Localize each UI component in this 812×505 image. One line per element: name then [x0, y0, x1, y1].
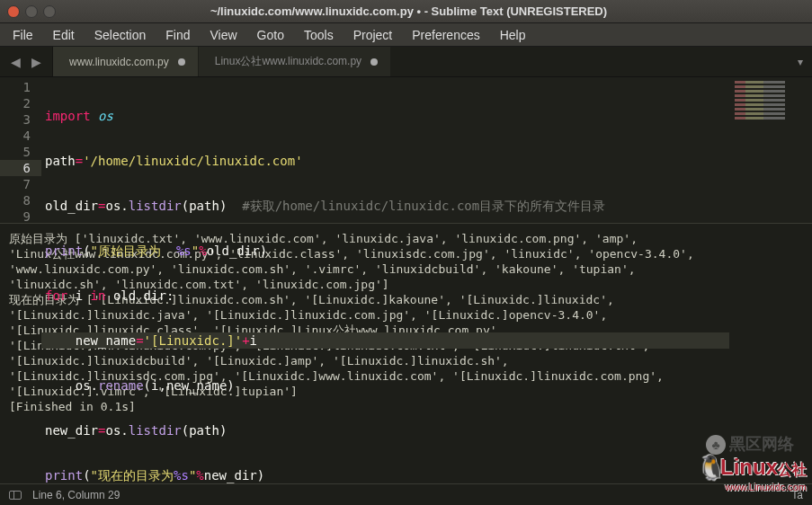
dot: . [91, 378, 98, 393]
line-number-current: 6 [0, 160, 41, 176]
function-call: print [45, 468, 83, 483]
function-call: listdir [129, 199, 182, 213]
identifier: os [105, 199, 120, 213]
string: '/home/linuxidc/linuxidc.com' [83, 154, 302, 168]
line-number: 5 [0, 144, 41, 160]
function-call: listdir [129, 423, 182, 438]
watermark-brand: 🐧 Linux公社 www.Linuxidc.com [720, 455, 807, 480]
tab-overflow-icon[interactable]: ▾ [789, 47, 812, 76]
identifier: new_dir) [204, 468, 264, 483]
gutter: 1 2 3 4 5 6 7 8 9 [0, 77, 41, 223]
tab-active[interactable]: www.linuxidc.com.py [53, 47, 199, 76]
identifier: path [45, 154, 76, 168]
line-number: 3 [0, 111, 41, 128]
dot: . [120, 199, 128, 213]
menu-view[interactable]: View [201, 25, 246, 45]
menu-bar: File Edit Selection Find View Goto Tools… [0, 23, 812, 47]
line-number: 8 [0, 192, 41, 208]
dot: . [120, 423, 128, 438]
line-number: 7 [0, 176, 41, 192]
identifier: old_dir [45, 199, 98, 213]
tab-label: Linux公社www.linuxidc.com.py [215, 54, 361, 69]
watermark-text: ♣黑区网络 [706, 433, 794, 455]
comment: #获取/home/linuxidc/linuxidc.com目录下的所有文件目录 [242, 199, 605, 213]
window-title: ~/linuxidc.com/www.linuxidc.com.py • - S… [67, 4, 751, 18]
menu-tools[interactable]: Tools [295, 25, 343, 45]
identifier: new_name [76, 333, 136, 348]
line-number: 4 [0, 128, 41, 144]
identifier: os [105, 423, 120, 438]
operator: = [76, 154, 83, 168]
format-spec: %s [176, 244, 192, 258]
window-minimize-icon[interactable] [25, 5, 38, 18]
window-controls [7, 5, 56, 18]
tab-row: ◀ ▶ www.linuxidc.com.py Linux公社www.linux… [0, 47, 812, 77]
identifier: os [76, 378, 91, 393]
watermark-label: 黑区网络 [729, 435, 794, 453]
nav-back-icon[interactable]: ◀ [5, 51, 26, 73]
menu-project[interactable]: Project [344, 25, 402, 45]
panel-switcher-icon[interactable] [9, 491, 22, 500]
menu-selection[interactable]: Selection [85, 25, 156, 45]
paren: ( [83, 244, 90, 258]
operator: % [199, 244, 206, 258]
tab-label: www.linuxidc.com.py [69, 56, 169, 68]
dirty-indicator-icon [178, 58, 185, 66]
keyword: in [91, 288, 106, 303]
tabs: www.linuxidc.com.py Linux公社www.linuxidc.… [53, 47, 812, 76]
line-number: 1 [0, 79, 41, 95]
menu-help[interactable]: Help [491, 25, 535, 45]
minimap[interactable] [729, 77, 812, 223]
editor[interactable]: 1 2 3 4 5 6 7 8 9 import os path='/home/… [0, 77, 812, 223]
string: "现在的目录为 [91, 468, 174, 483]
keyword: import [45, 109, 91, 123]
identifier: i [250, 333, 257, 348]
menu-edit[interactable]: Edit [44, 25, 84, 45]
paren: ( [83, 468, 90, 483]
line-number: 2 [0, 95, 41, 111]
identifier: old_dir: [105, 288, 174, 303]
args: (i,new_name) [144, 378, 235, 393]
code-view[interactable]: import os path='/home/linuxidc/linuxidc.… [41, 77, 729, 223]
mushroom-icon: ♣ [706, 435, 726, 455]
tux-icon: 🐧 [697, 454, 726, 482]
watermark-suffix: 公社 [778, 462, 807, 477]
module: os [91, 109, 113, 123]
line-number: 9 [0, 208, 41, 225]
identifier: new_dir [45, 423, 98, 438]
menu-find[interactable]: Find [156, 25, 199, 45]
window-maximize-icon[interactable] [43, 5, 56, 18]
function-call: rename [98, 378, 144, 393]
dirty-indicator-icon [370, 58, 378, 66]
operator: % [196, 468, 203, 483]
menu-goto[interactable]: Goto [248, 25, 293, 45]
string: " [192, 244, 199, 258]
operator: + [242, 333, 249, 348]
string: "原始目录为 [91, 244, 176, 258]
identifier: i [67, 288, 90, 303]
window-close-icon[interactable] [7, 5, 20, 18]
watermark-url: www.Linuxidc.com [726, 482, 807, 492]
args: (path) [182, 423, 228, 438]
menu-file[interactable]: File [4, 25, 42, 45]
nav-forward-icon[interactable]: ▶ [26, 51, 47, 73]
args: (path) [182, 199, 242, 213]
function-call: print [45, 244, 83, 258]
menu-preferences[interactable]: Preferences [403, 25, 488, 45]
tab-inactive[interactable]: Linux公社www.linuxidc.com.py [199, 47, 391, 76]
keyword: for [45, 288, 67, 303]
identifier: old_dir) [207, 244, 267, 258]
string: '[Linuxidc.]' [144, 333, 243, 348]
format-spec: %s [174, 468, 189, 483]
title-bar: ~/linuxidc.com/www.linuxidc.com.py • - S… [0, 0, 812, 23]
watermark-brand-text: Linux [720, 455, 778, 479]
operator: = [136, 333, 143, 348]
nav-arrows: ◀ ▶ [0, 47, 53, 76]
